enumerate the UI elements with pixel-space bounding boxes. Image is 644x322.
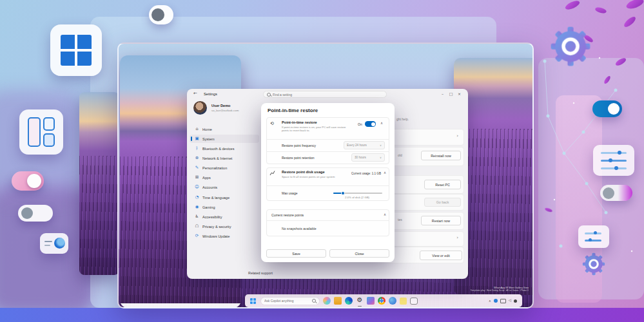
restore-toggle[interactable]	[365, 121, 376, 127]
sidebar-item-accounts[interactable]: ☺Accounts	[190, 183, 259, 191]
sidebar-item-apps[interactable]: ⊞Apps	[190, 173, 259, 182]
search-icon	[267, 93, 271, 97]
sidebar-item-label: Bluetooth & devices	[202, 147, 234, 151]
chevron-right-icon: ›	[456, 134, 458, 138]
frequency-label: Restore point frequency	[282, 144, 316, 147]
edge-icon[interactable]	[345, 297, 353, 305]
restart-now-button[interactable]: Restart now	[421, 216, 461, 225]
windows-logo	[61, 35, 92, 66]
history-icon: ⟲	[270, 122, 274, 126]
retention-dropdown[interactable]: 30 hours ∨	[351, 153, 385, 162]
quick-settings-tile	[40, 233, 68, 254]
slider-knob[interactable]	[341, 191, 345, 195]
watermark-line2: Templates play · Best Dating Script · Al…	[471, 289, 529, 292]
chrome-icon[interactable]	[378, 297, 385, 305]
accessibility-icon: ♿	[195, 214, 199, 219]
sidebar-item-label: Apps	[202, 176, 211, 180]
gaming-icon: ◉	[195, 205, 199, 209]
chevron-up-icon[interactable]: ∧	[384, 213, 386, 217]
chevron-right-icon: ›	[456, 236, 458, 240]
sidebar-item-gaming[interactable]: ◉Gaming	[190, 203, 259, 211]
sidebar-item-accessibility[interactable]: ♿Accessibility	[190, 213, 259, 221]
max-usage-slider[interactable]	[333, 193, 382, 194]
sidebar-item-privacy[interactable]: ☖Privacy & security	[190, 222, 259, 231]
windows-update-icon: ⟳	[195, 234, 199, 238]
sidebar-item-system[interactable]: ▣System	[190, 135, 259, 143]
system-icon: ▣	[195, 137, 199, 141]
sidebar-item-label: Accessibility	[202, 215, 222, 219]
chevron-up-icon[interactable]: ∧	[384, 171, 386, 175]
paint-icon[interactable]	[389, 297, 396, 305]
maximize-button[interactable]: □	[447, 90, 455, 97]
start-button[interactable]	[250, 298, 256, 304]
gear-icon-large	[551, 27, 590, 66]
sidebar-item-time-language[interactable]: ◔Time & language	[190, 193, 259, 202]
go-back-button[interactable]: Go back	[424, 198, 461, 207]
chevron-up-icon[interactable]: ∧	[380, 122, 383, 126]
dialog-title: Point-in-time restore	[268, 108, 318, 113]
privacy-icon: ☖	[195, 224, 199, 229]
volume-icon[interactable]: ◁	[509, 299, 511, 303]
current-usage-value: Current usage: 1.1 GB	[338, 172, 381, 175]
home-icon: ⌂	[195, 127, 199, 131]
text-fragment: tes	[398, 218, 402, 222]
sidebar-item-label: Accounts	[202, 185, 217, 189]
disk-usage-description: Space to fit all restore points on your …	[282, 175, 346, 178]
sidebar-item-windows-update[interactable]: ⟳Windows Update	[190, 232, 259, 240]
chart-icon	[269, 170, 275, 176]
frequency-value: Every 24 hours	[347, 144, 367, 147]
blue-orb-icon	[54, 238, 65, 249]
max-usage-detail: 2.0% of disk (2 GB)	[332, 196, 382, 199]
decor-toggle-white-off	[18, 205, 53, 222]
decor-toggle-magenta	[600, 185, 632, 201]
file-explorer-icon[interactable]	[334, 297, 342, 305]
sticky-notes-icon[interactable]	[400, 298, 407, 305]
close-dialog-button[interactable]: Close	[329, 249, 389, 258]
view-or-edit-button[interactable]: View or edit	[420, 251, 462, 260]
snipping-tool-icon[interactable]	[410, 298, 418, 305]
chevron-down-icon: ∨	[380, 144, 382, 147]
minimize-button[interactable]: –	[438, 90, 447, 97]
sliders-tile-small	[578, 225, 609, 248]
settings-search-input[interactable]	[273, 93, 383, 97]
taskbar-search-input[interactable]	[264, 299, 310, 303]
system-tray[interactable]: ∧ ◁	[489, 299, 522, 303]
retention-label: Restore point retention	[282, 156, 315, 160]
close-button[interactable]: ×	[455, 90, 463, 97]
taskbar: ⚙ ∧ ◁	[245, 294, 522, 307]
sidebar-item-network[interactable]: ⊕Network & Internet	[190, 154, 259, 162]
reset-pc-button[interactable]: Reset PC	[424, 180, 461, 189]
help-text-fragment: ght help.	[396, 117, 409, 121]
taskbar-search[interactable]	[260, 297, 320, 305]
sidebar-item-label: Privacy & security	[202, 225, 231, 229]
sidebar-item-label: Personalization	[202, 166, 227, 170]
settings-taskbar-icon[interactable]: ⚙	[356, 297, 364, 305]
sliders-tile-large	[593, 145, 634, 176]
photos-icon[interactable]	[367, 297, 375, 305]
list-lines	[44, 241, 52, 242]
watermark: WhatsApp W Meet Gallery View Templates p…	[471, 287, 529, 292]
network-icon: ⊕	[195, 156, 199, 160]
reinstall-now-button[interactable]: Reinstall now	[421, 151, 461, 160]
tray-chevron-icon[interactable]: ∧	[489, 299, 491, 303]
save-button[interactable]: Save	[266, 249, 326, 258]
sidebar-item-label: Gaming	[202, 205, 215, 209]
sidebar: ⌂Home ▣System ᛒBluetooth & devices ⊕Netw…	[187, 89, 261, 279]
onedrive-icon[interactable]	[494, 299, 498, 303]
current-restore-points-label: Current restore points	[271, 213, 304, 217]
sidebar-item-label: Time & language	[202, 196, 229, 200]
sidebar-item-bluetooth[interactable]: ᛒBluetooth & devices	[190, 144, 259, 153]
sidebar-item-home[interactable]: ⌂Home	[190, 125, 259, 133]
network-icon[interactable]	[500, 299, 506, 303]
bluetooth-icon: ᛒ	[195, 146, 199, 151]
frequency-dropdown[interactable]: Every 24 hours ∨	[344, 141, 385, 149]
photo-card-bottom-bar	[120, 303, 241, 308]
settings-search[interactable]	[263, 91, 387, 98]
sidebar-item-personalization[interactable]: ✎Personalization	[190, 164, 259, 172]
sidebar-item-label: Home	[202, 128, 212, 131]
point-in-time-restore-dialog: Point-in-time restore ⟲ Point-in-time re…	[261, 103, 395, 262]
copilot-icon[interactable]	[323, 297, 331, 305]
sidebar-item-label: Windows Update	[202, 234, 229, 238]
user-tray-icon[interactable]	[514, 299, 517, 303]
snap-layout-icon	[28, 117, 55, 147]
